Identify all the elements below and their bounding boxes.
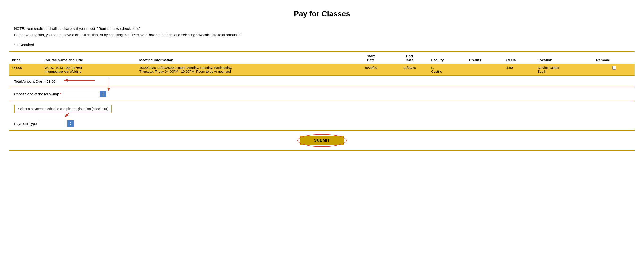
col-end-date: EndDate bbox=[390, 52, 429, 64]
payment-dropdown-arrow-icon: ▲ ▼ bbox=[68, 120, 74, 127]
choose-dropdown[interactable]: ▲ ▼ bbox=[63, 91, 106, 97]
col-meeting-info: Meeting Information bbox=[137, 52, 351, 64]
cell-course-name: WLDG-1043-100 (21795)Intermediate Arc We… bbox=[42, 64, 137, 75]
table-header-row: Price Course Name and Title Meeting Info… bbox=[10, 52, 634, 64]
choose-label: Choose one of the following: * bbox=[14, 92, 61, 96]
course-table-wrapper: Price Course Name and Title Meeting Info… bbox=[10, 51, 634, 76]
col-location: Location bbox=[535, 52, 594, 64]
col-price: Price bbox=[10, 52, 42, 64]
col-remove: Remove bbox=[594, 52, 634, 64]
total-label: Total Amount Due bbox=[14, 79, 42, 83]
page-title: Pay for Classes bbox=[10, 9, 634, 18]
col-credits: Credits bbox=[467, 52, 504, 64]
cell-end-date: 11/09/20 bbox=[390, 64, 429, 75]
red-arrow-annotation bbox=[62, 75, 99, 85]
payment-type-dropdown[interactable]: ▲ ▼ bbox=[39, 120, 74, 127]
col-ceus: CEUs bbox=[504, 52, 535, 64]
col-faculty: Faculty bbox=[429, 52, 467, 64]
remove-checkbox[interactable] bbox=[612, 66, 616, 70]
submit-button[interactable]: SUBMIT bbox=[300, 136, 344, 145]
cell-location: Service CenterSouth bbox=[535, 64, 594, 75]
payment-method-section: Select a payment method to complete regi… bbox=[10, 101, 634, 131]
choose-section: Choose one of the following: * ▲ ▼ bbox=[10, 87, 634, 101]
red-arrow-choose bbox=[102, 78, 116, 92]
total-value: 451.00 bbox=[44, 79, 55, 83]
submit-wrapper: SUBMIT bbox=[300, 136, 344, 145]
payment-method-text: Select a payment method to complete regi… bbox=[18, 107, 108, 111]
payment-method-box: Select a payment method to complete regi… bbox=[14, 105, 112, 113]
cell-faculty: L.Castillo bbox=[429, 64, 467, 75]
cell-price: 451.00 bbox=[10, 64, 42, 75]
payment-type-row: Payment Type ▲ ▼ bbox=[14, 120, 630, 127]
required-star: * bbox=[59, 92, 61, 96]
choose-input[interactable] bbox=[63, 91, 100, 97]
cell-ceus: 4.80 bbox=[504, 64, 535, 75]
cell-meeting-info: 10/29/2020-11/09/2020 Lecture Monday, Tu… bbox=[137, 64, 351, 75]
submit-section: SUBMIT bbox=[10, 131, 634, 151]
payment-type-input[interactable] bbox=[39, 120, 68, 127]
col-course-name: Course Name and Title bbox=[42, 52, 137, 64]
cell-start-date: 10/29/20 bbox=[351, 64, 390, 75]
table-row: 451.00 WLDG-1043-100 (21795)Intermediate… bbox=[10, 64, 634, 75]
cell-remove[interactable] bbox=[594, 64, 634, 75]
course-table: Price Course Name and Title Meeting Info… bbox=[10, 52, 634, 75]
payment-type-label: Payment Type bbox=[14, 122, 37, 126]
cell-credits bbox=[467, 64, 504, 75]
note-2: Before you register, you can remove a cl… bbox=[14, 32, 634, 38]
note-1: NOTE: Your credit card will be charged i… bbox=[14, 25, 634, 32]
required-note: * = Required bbox=[14, 43, 34, 47]
col-start-date: StartDate bbox=[351, 52, 390, 64]
